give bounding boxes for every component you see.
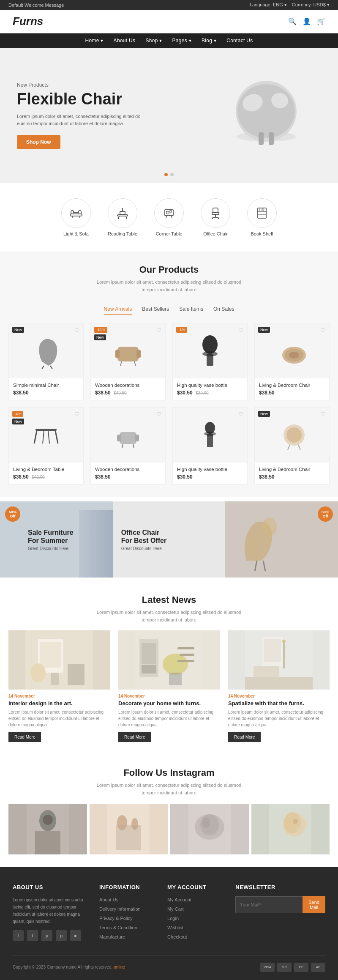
footer-account-links: My Account My Cart Login Wishlist Checko… <box>167 896 223 940</box>
search-icon[interactable]: 🔍 <box>288 17 297 25</box>
product-card[interactable]: -4% New ♡ Living & Bedroom Table $38.50 … <box>8 407 84 485</box>
svg-rect-29 <box>261 208 262 211</box>
svg-line-18 <box>166 216 166 218</box>
tab-sale-items[interactable]: Sale Items <box>179 304 203 315</box>
footer-link-my-cart[interactable]: My Cart <box>167 906 184 912</box>
instagram-image-1[interactable] <box>8 804 87 854</box>
nav-pages[interactable]: Pages ▾ <box>172 38 191 44</box>
footer-link-wishlist[interactable]: Wishlist <box>167 925 183 930</box>
footer-link-delivery[interactable]: Delivery Information <box>99 906 141 912</box>
currency-selector[interactable]: Currency: USD$ ▾ <box>292 2 330 8</box>
header-icons: 🔍 👤 🛒 <box>288 17 325 25</box>
banner-chair-offer[interactable]: 50%Off <box>225 501 338 578</box>
footer-link-terms[interactable]: Terms & Condition <box>99 925 137 930</box>
newsletter-email-input[interactable] <box>235 896 303 913</box>
wishlist-icon[interactable]: ♡ <box>74 411 80 418</box>
instagram-image-4[interactable] <box>251 804 330 854</box>
wishlist-icon[interactable]: ♡ <box>238 327 244 334</box>
news-date-2: 14 November <box>118 694 220 698</box>
product-card[interactable]: New ♡ Living & Bedroom Chair $38.50 <box>254 407 330 485</box>
svg-point-89 <box>43 815 53 825</box>
instagram-header: Follow Us Instagram Lorem ipsum dolor si… <box>0 755 338 803</box>
tab-best-sellers[interactable]: Best Sellers <box>142 304 169 315</box>
wishlist-icon[interactable]: ♡ <box>320 411 326 418</box>
footer-link-my-account[interactable]: My Account <box>167 897 191 902</box>
language-selector[interactable]: Language: ENG ▾ <box>250 2 287 8</box>
light-sofa-icon <box>61 198 91 228</box>
svg-rect-17 <box>170 211 172 212</box>
svg-line-47 <box>43 431 44 443</box>
office-chair-icon <box>201 198 230 228</box>
read-more-button-1[interactable]: Read More <box>8 732 41 742</box>
footer-link-login[interactable]: Login <box>167 916 179 921</box>
svg-line-23 <box>212 217 213 219</box>
category-office-chair[interactable]: Office Chair <box>201 198 230 236</box>
categories-section: Light & Sofa Reading Table Corner Table … <box>0 183 338 252</box>
footer-link-privacy[interactable]: Privacy & Policy <box>99 916 133 921</box>
product-name: Living & Bedroom Chair <box>259 383 325 388</box>
news-title-1: Interior design is the art. <box>8 700 110 706</box>
footer-link-about[interactable]: About Us <box>99 897 118 902</box>
instagram-image-2[interactable] <box>90 804 168 854</box>
hero-image <box>211 73 321 158</box>
footer-about-text: Lorem ipsum dolor sit amet cons adip isc… <box>13 896 87 925</box>
tab-new-arrivals[interactable]: New Arrivals <box>104 304 132 315</box>
shop-now-button[interactable]: Shop Now <box>17 135 60 149</box>
product-image: New ♡ <box>9 323 83 378</box>
new-badge: New <box>12 419 24 424</box>
cart-icon[interactable]: 🛒 <box>317 17 325 25</box>
instagram-image-3[interactable] <box>170 804 249 854</box>
account-icon[interactable]: 👤 <box>303 17 311 25</box>
social-facebook[interactable]: f <box>13 930 24 941</box>
social-pinterest[interactable]: p <box>41 930 52 941</box>
social-linkedin[interactable]: in <box>70 930 81 941</box>
category-book-shelf[interactable]: Book Shelf <box>247 198 277 236</box>
product-card[interactable]: New ♡ Living & Bedroom Chair $38.50 <box>254 323 330 400</box>
social-twitter[interactable]: t <box>27 930 38 941</box>
product-card[interactable]: New ♡ Simple minimal Chair $38.50 <box>8 323 84 400</box>
svg-line-61 <box>255 561 257 571</box>
nav-about[interactable]: About Us <box>114 38 136 44</box>
banner-text: Office ChairFor Best Offer Great Discoun… <box>121 528 167 551</box>
svg-rect-13 <box>120 211 125 215</box>
wishlist-icon[interactable]: ♡ <box>74 327 80 334</box>
banner-office-chair[interactable]: Office ChairFor Best Offer Great Discoun… <box>113 501 226 578</box>
news-card-1[interactable]: 14 November Interior design is the art. … <box>8 630 110 742</box>
nav-shop[interactable]: Shop ▾ <box>145 38 162 44</box>
wishlist-icon[interactable]: ♡ <box>320 327 326 334</box>
svg-line-24 <box>218 217 219 219</box>
category-light-sofa[interactable]: Light & Sofa <box>61 198 91 236</box>
product-card[interactable]: ♡ Wooden decorations $38.50 <box>90 407 166 485</box>
nav-home[interactable]: Home ▾ <box>85 38 103 44</box>
copyright-text: Copyright © 2023 Company name All rights… <box>13 965 125 969</box>
wishlist-icon[interactable]: ♡ <box>156 327 162 334</box>
svg-point-93 <box>131 818 138 830</box>
news-card-2[interactable]: 14 November Decorate your home with furn… <box>118 630 220 742</box>
category-reading-table[interactable]: Reading Table <box>108 198 137 236</box>
footer-link-manufacture[interactable]: Manufacture <box>99 934 125 939</box>
news-card-3[interactable]: 14 November Spatialize with that the fur… <box>228 630 330 742</box>
footer-link-checkout[interactable]: Checkout <box>167 934 187 939</box>
read-more-button-3[interactable]: Read More <box>228 732 261 742</box>
category-corner-table[interactable]: Corner Table <box>154 198 184 236</box>
copyright-link[interactable]: online <box>114 965 125 969</box>
hero-dot-1[interactable] <box>164 173 168 176</box>
wishlist-icon[interactable]: ♡ <box>156 411 162 418</box>
hero-dot-2[interactable] <box>170 173 174 176</box>
svg-rect-76 <box>177 647 194 649</box>
tab-on-sales[interactable]: On Sales <box>213 304 234 315</box>
svg-rect-85 <box>254 666 279 677</box>
read-more-button-2[interactable]: Read More <box>118 732 151 742</box>
wishlist-icon[interactable]: ♡ <box>238 411 244 418</box>
nav-contact[interactable]: Contact Us <box>226 38 253 44</box>
footer: ABOUT US Lorem ipsum dolor sit amet cons… <box>0 867 338 980</box>
instagram-desc: Lorem ipsum dolor sit amet, consectetur … <box>93 782 245 797</box>
product-card[interactable]: ♡ High quality vase bottle $30.50 <box>172 407 248 485</box>
banner-sale-furniture[interactable]: 50%Off Sale FurnitureFor Summer Great Di… <box>0 501 113 578</box>
product-card[interactable]: -1% ♡ High quality vase bottle $30.50 $3… <box>172 323 248 400</box>
logo[interactable]: Furns <box>13 15 43 28</box>
product-card[interactable]: -11% New ♡ Wooden decorations $38.50 $49… <box>90 323 166 400</box>
social-google[interactable]: g <box>56 930 67 941</box>
newsletter-submit-button[interactable]: Send Mail <box>303 896 325 913</box>
nav-blog[interactable]: Blog ▾ <box>202 38 216 44</box>
